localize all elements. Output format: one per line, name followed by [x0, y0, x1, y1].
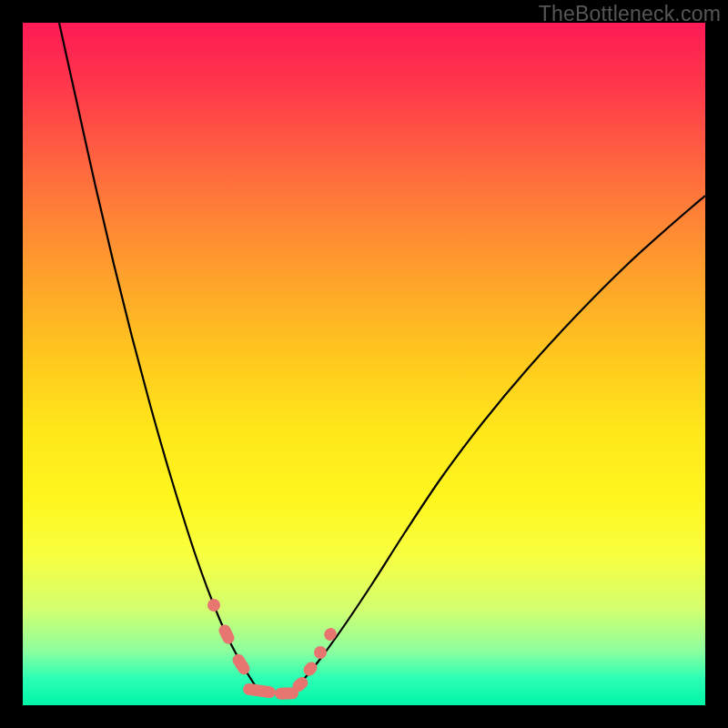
marker-capsule: [322, 626, 339, 643]
chart-frame: TheBottleneck.com: [0, 0, 728, 728]
marker-circle: [207, 599, 220, 612]
marker-capsule: [242, 682, 276, 699]
left-curve: [59, 23, 259, 692]
right-curve: [291, 196, 705, 692]
marker-capsule: [230, 652, 252, 676]
plot-area: [23, 23, 705, 705]
marker-capsule: [217, 622, 236, 645]
marker-circle: [314, 646, 327, 659]
markers-group: [207, 599, 339, 700]
curves-svg: [23, 23, 705, 705]
